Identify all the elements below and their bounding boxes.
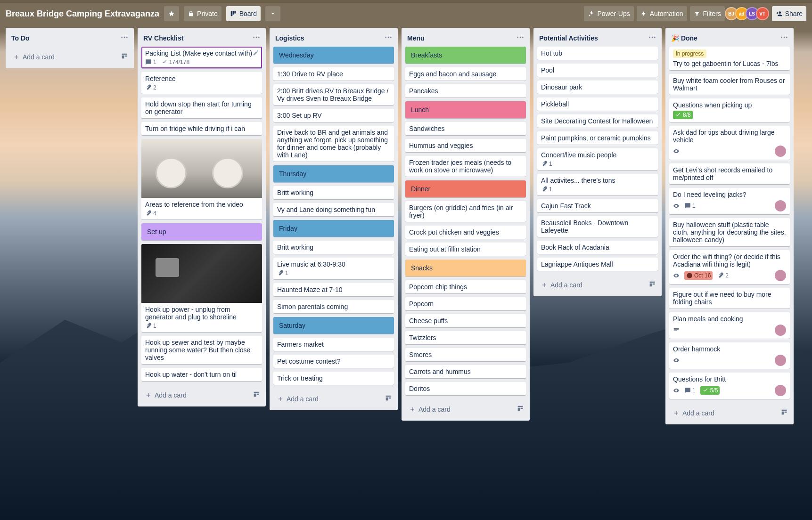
card[interactable]: Carrots and hummus [405, 365, 526, 378]
filters-button[interactable]: Filters [690, 6, 725, 21]
card[interactable]: Popcorn [405, 297, 526, 310]
card[interactable]: All activites... there's tons 1 [537, 174, 658, 195]
card-member-avatar[interactable] [775, 270, 786, 281]
card[interactable]: Twizzlers [405, 331, 526, 344]
card-member-avatar[interactable] [775, 146, 786, 157]
card[interactable]: in progressTry to get gaboentin for Luca… [669, 47, 790, 70]
list-title[interactable]: RV Checklist [143, 34, 183, 42]
card[interactable]: Book Rack of Acadania [537, 241, 658, 254]
card-edit-button[interactable] [253, 49, 259, 57]
powerups-button[interactable]: Power-Ups [584, 6, 633, 21]
list-title[interactable]: Potential Activities [539, 34, 598, 42]
card[interactable]: Areas to reference from the video 4 [141, 139, 262, 219]
add-card-button[interactable]: Add a card [273, 392, 380, 406]
list-section-label[interactable]: Lunch [405, 101, 526, 118]
card[interactable]: Lagniappe Antiques Mall [537, 258, 658, 271]
card[interactable]: Concert/live music people 1 [537, 148, 658, 170]
card[interactable]: 2:00 Britt drives RV to Breaux Bridge / … [273, 84, 394, 105]
list-section-label[interactable]: Wednesday [273, 47, 394, 64]
card[interactable]: Packing List (Make eye contact with) 1 1… [141, 47, 262, 68]
add-card-button[interactable]: Add a card [141, 389, 248, 402]
card[interactable]: Turn on fridge while driving if i can [141, 122, 262, 135]
card[interactable]: Britt working [273, 241, 394, 254]
card-template-button[interactable] [119, 50, 130, 64]
list-menu-button[interactable] [515, 32, 526, 45]
list-section-label[interactable]: Thursday [273, 165, 394, 182]
card[interactable]: Simon parentals coming [273, 300, 394, 313]
add-card-button[interactable]: Add a card [405, 403, 512, 416]
list-menu-button[interactable] [251, 32, 262, 45]
card[interactable]: Cajun Fast Track [537, 199, 658, 212]
add-card-button[interactable]: Add a card [537, 278, 644, 292]
card[interactable]: Farmers market [273, 338, 394, 351]
card[interactable]: Hook up water - don't turn on til [141, 368, 262, 381]
visibility-button[interactable]: Private [184, 6, 221, 21]
add-card-button[interactable]: Add a card [9, 50, 116, 64]
add-card-button[interactable]: Add a card [669, 406, 776, 420]
view-switcher[interactable]: Board [226, 6, 261, 21]
card[interactable]: Drive back to BR and get animals and any… [273, 126, 394, 162]
card[interactable]: Haunted Maze at 7-10 [273, 283, 394, 296]
card[interactable]: 1:30 Drive to RV place [273, 67, 394, 81]
list-section-label[interactable]: Set up [141, 223, 262, 240]
list-section-label[interactable]: Friday [273, 220, 394, 237]
board-canvas[interactable]: To Do Add a cardRV ChecklistPacking List… [0, 24, 812, 520]
card[interactable]: Doritos [405, 382, 526, 395]
card[interactable]: Burgers (on griddle) and fries (in air f… [405, 201, 526, 222]
card-template-button[interactable] [251, 389, 262, 402]
card-template-button[interactable] [779, 406, 790, 420]
card[interactable]: Pancakes [405, 84, 526, 98]
automation-button[interactable]: Automation [637, 6, 687, 21]
card[interactable]: Trick or treating [273, 372, 394, 385]
card[interactable]: Frozen trader joes meals (needs to work … [405, 156, 526, 177]
card[interactable]: Cheese puffs [405, 314, 526, 327]
list-title[interactable]: Logistics [275, 34, 304, 42]
list-section-label[interactable]: Saturday [273, 317, 394, 334]
share-button[interactable]: Share [772, 6, 806, 21]
board-title[interactable]: Breaux Bridge Camping Extravaganza [6, 9, 159, 19]
card[interactable]: Pickleball [537, 98, 658, 111]
card[interactable]: Pool [537, 64, 658, 77]
card[interactable]: Britt working [273, 186, 394, 199]
list-menu-button[interactable] [647, 32, 658, 45]
card-member-avatar[interactable] [775, 325, 786, 336]
member-avatar[interactable]: VT [756, 7, 769, 20]
card-member-avatar[interactable] [775, 385, 786, 396]
star-button[interactable] [164, 6, 179, 21]
board-members[interactable]: BJadLSVT [728, 7, 769, 20]
list-title[interactable]: Menu [407, 34, 425, 42]
list-menu-button[interactable] [383, 32, 394, 45]
card[interactable]: Reference 2 [141, 72, 262, 94]
card[interactable]: Ask dad for tips about driving large veh… [669, 126, 790, 160]
card[interactable]: Do I need leveling jacks? 1 [669, 188, 790, 214]
card[interactable]: Get Levi's shot records emailed to me/pr… [669, 163, 790, 184]
view-dropdown[interactable] [265, 6, 280, 21]
card[interactable]: Hook up power - unplug from generator an… [141, 244, 262, 332]
card[interactable]: Crock pot chicken and veggies [405, 226, 526, 239]
list-section-label[interactable]: Snacks [405, 260, 526, 276]
card[interactable]: Order hammock [669, 342, 790, 369]
card[interactable]: Order the wifi thing? (or decide if this… [669, 250, 790, 284]
list-title[interactable]: 🎉 Done [671, 34, 697, 42]
card[interactable]: Hummus and veggies [405, 139, 526, 152]
card[interactable]: Hook up sewer and test by maybe running … [141, 336, 262, 364]
card[interactable]: Site Decorating Contest for Halloween [537, 114, 658, 128]
card[interactable]: Dinosaur park [537, 81, 658, 94]
card-template-button[interactable] [383, 392, 394, 406]
card[interactable]: Buy halloween stuff (plastic table cloth… [669, 218, 790, 246]
card-template-button[interactable] [515, 403, 526, 416]
card[interactable]: Figure out if we need to buy more foldin… [669, 288, 790, 309]
list-section-label[interactable]: Dinner [405, 180, 526, 197]
list-section-label[interactable]: Breakfasts [405, 47, 526, 64]
card[interactable]: Pet costume contest? [273, 355, 394, 368]
card[interactable]: Beausoleil Books - Downtown Lafeyette [537, 216, 658, 237]
card-template-button[interactable] [647, 278, 658, 292]
card[interactable]: Smores [405, 348, 526, 361]
card[interactable]: Hold down stop then start for turning on… [141, 98, 262, 118]
list-menu-button[interactable] [119, 32, 130, 45]
card[interactable]: Hot tub [537, 47, 658, 60]
card[interactable]: Buy white foam cooler from Rouses or Wal… [669, 74, 790, 95]
card[interactable]: Eating out at fillin station [405, 243, 526, 256]
card-member-avatar[interactable] [775, 200, 786, 211]
card[interactable]: Popcorn chip things [405, 280, 526, 293]
